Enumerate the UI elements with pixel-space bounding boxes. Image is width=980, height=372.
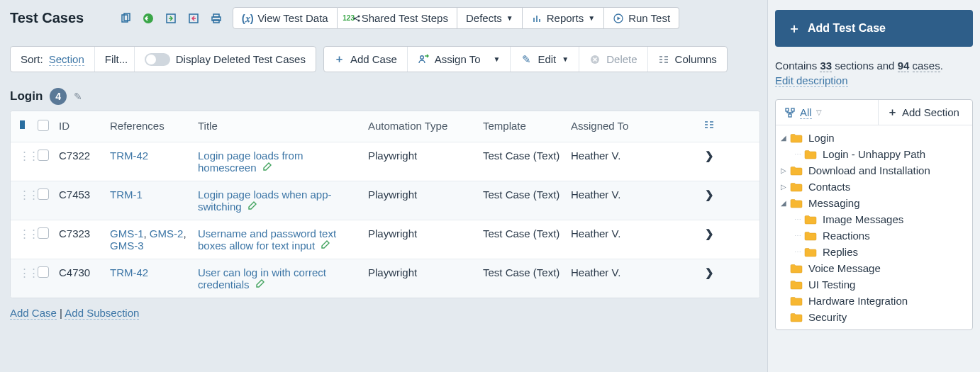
edit-row-icon[interactable] xyxy=(247,201,257,213)
toggle-label: Display Deleted Test Cases xyxy=(176,53,306,65)
tree-node-label: Security xyxy=(808,311,847,323)
col-references[interactable]: References xyxy=(107,120,195,132)
drag-handle-icon[interactable]: ⋮⋮ xyxy=(16,150,35,162)
tree-node[interactable]: Security xyxy=(780,309,968,325)
collapse-icon[interactable] xyxy=(16,120,35,132)
col-template[interactable]: Template xyxy=(480,120,568,132)
row-expand-icon[interactable]: ❯ xyxy=(689,150,717,162)
tree-node[interactable]: ⋯Login - Unhappy Path xyxy=(780,146,968,162)
filter-button[interactable]: Filt... xyxy=(95,47,135,72)
reference-link[interactable]: TRM-1 xyxy=(110,188,143,201)
title-link[interactable]: Login page loads from homescreen xyxy=(198,150,303,174)
run-test-button[interactable]: Run Test xyxy=(604,7,679,29)
drag-handle-icon[interactable]: ⋮⋮ xyxy=(16,188,35,201)
add-case-link[interactable]: Add Case xyxy=(10,307,57,320)
tree-all-button[interactable]: All ▽ xyxy=(776,100,879,125)
col-automation-type[interactable]: Automation Type xyxy=(365,120,480,132)
row-automation-type: Playwright xyxy=(365,227,480,239)
tree-node[interactable]: ◢Login xyxy=(780,130,968,146)
row-checkbox[interactable] xyxy=(35,227,56,241)
folder-icon xyxy=(790,296,803,306)
row-template: Test Case (Text) xyxy=(480,227,568,239)
caret-down-icon: ◢ xyxy=(780,199,787,207)
svg-rect-14 xyxy=(20,120,25,129)
columns-button[interactable]: Columns xyxy=(648,47,727,72)
import-icon[interactable] xyxy=(142,12,155,25)
tree-node[interactable]: ▷Download and Installation xyxy=(780,162,968,179)
col-id[interactable]: ID xyxy=(56,120,107,132)
add-subsection-link[interactable]: Add Subsection xyxy=(65,307,139,320)
row-expand-icon[interactable]: ❯ xyxy=(689,266,717,279)
reference-link[interactable]: TRM-42 xyxy=(110,266,148,278)
tree-node[interactable]: Voice Message xyxy=(780,260,968,276)
tree-node[interactable]: ◢Messaging xyxy=(780,195,968,211)
tree-node-label: Replies xyxy=(823,246,858,258)
edit-row-icon[interactable] xyxy=(262,162,272,174)
edit-button[interactable]: ✎ Edit ▼ xyxy=(511,47,579,72)
select-all-checkbox[interactable] xyxy=(35,120,56,133)
edit-description-link[interactable]: Edit description xyxy=(775,74,848,87)
tree-node[interactable]: ⋯Replies xyxy=(780,244,968,260)
reference-link[interactable]: GMS-1 xyxy=(110,227,144,239)
shared-test-steps-button[interactable]: 123 Shared Test Steps xyxy=(338,7,457,29)
add-case-button[interactable]: ＋ Add Case xyxy=(324,47,408,72)
edit-section-icon[interactable]: ✎ xyxy=(74,91,82,102)
export-icon[interactable] xyxy=(187,12,200,25)
plus-icon: ＋ xyxy=(334,52,345,66)
row-checkbox[interactable] xyxy=(35,266,56,280)
row-id: C7322 xyxy=(56,150,107,162)
sort-button[interactable]: Sort: Section xyxy=(11,47,95,72)
row-layout-icon[interactable] xyxy=(689,120,717,132)
tree-node[interactable]: UI Testing xyxy=(780,276,968,293)
edit-label: Edit xyxy=(538,53,556,65)
table-row: ⋮⋮C7453TRM-1Login page loads when app-sw… xyxy=(11,181,759,220)
edit-row-icon[interactable] xyxy=(255,278,265,291)
tree-node[interactable]: ▷Contacts xyxy=(780,179,968,195)
row-expand-icon[interactable]: ❯ xyxy=(689,227,717,240)
tree-node-label: Image Messages xyxy=(823,213,903,225)
chevron-down-icon: ▼ xyxy=(494,55,501,63)
drag-handle-icon[interactable]: ⋮⋮ xyxy=(16,227,35,240)
view-test-data-button[interactable]: (𝑥) View Test Data xyxy=(233,7,338,29)
defects-button[interactable]: Defects ▼ xyxy=(457,7,523,29)
tree-node[interactable]: Hardware Integration xyxy=(780,293,968,309)
row-checkbox[interactable] xyxy=(35,150,56,163)
add-section-button[interactable]: ＋ Add Section xyxy=(879,100,968,125)
row-expand-icon[interactable]: ❯ xyxy=(689,188,717,201)
delete-button[interactable]: Delete xyxy=(579,47,647,72)
import-alt-icon[interactable] xyxy=(165,12,177,25)
row-references: TRM-42 xyxy=(107,150,195,162)
title-link[interactable]: Login page loads when app-switching xyxy=(198,188,331,213)
add-test-case-label: Add Test Case xyxy=(808,22,886,35)
reference-link[interactable]: GMS-2 xyxy=(150,227,184,239)
variable-icon: (𝑥) xyxy=(242,13,253,24)
row-assigned-to: Heather V. xyxy=(568,266,689,278)
col-title[interactable]: Title xyxy=(195,120,365,132)
reports-button[interactable]: Reports ▼ xyxy=(523,7,604,29)
folder-icon xyxy=(804,247,817,257)
title-link[interactable]: Username and password text boxes allow f… xyxy=(198,227,336,252)
add-test-case-button[interactable]: ＋ Add Test Case xyxy=(775,10,973,47)
row-assigned-to: Heather V. xyxy=(568,150,689,162)
row-automation-type: Playwright xyxy=(365,266,480,278)
drag-handle-icon[interactable]: ⋮⋮ xyxy=(16,266,35,279)
row-title: Login page loads when app-switching xyxy=(195,188,365,213)
row-id: C7323 xyxy=(56,227,107,239)
assign-to-button[interactable]: Assign To ▼ xyxy=(408,47,511,72)
tree-node[interactable]: ⋯Reactions xyxy=(780,227,968,244)
folder-icon xyxy=(790,166,803,176)
tree-node[interactable]: ⋯Image Messages xyxy=(780,211,968,227)
row-checkbox[interactable] xyxy=(35,188,56,202)
print-icon[interactable] xyxy=(210,12,223,25)
col-assigned-to[interactable]: Assigned To xyxy=(568,120,689,132)
copy-icon[interactable] xyxy=(119,12,132,25)
display-deleted-toggle[interactable]: Display Deleted Test Cases xyxy=(135,47,316,72)
section-count-badge: 4 xyxy=(50,88,67,105)
chevron-down-icon: ▼ xyxy=(562,55,569,63)
steps-icon: 123 xyxy=(346,13,357,24)
row-assigned-to: Heather V. xyxy=(568,188,689,201)
reference-link[interactable]: GMS-3 xyxy=(110,239,144,252)
reference-link[interactable]: TRM-42 xyxy=(110,150,148,162)
folder-icon xyxy=(790,198,803,208)
edit-row-icon[interactable] xyxy=(321,239,330,252)
